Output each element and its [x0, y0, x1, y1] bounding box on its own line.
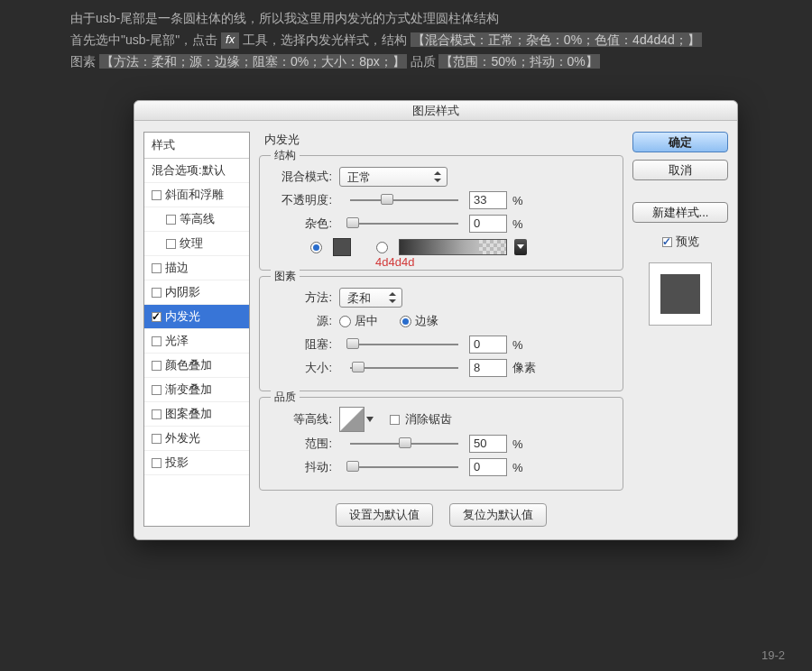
style-satin[interactable]: 光泽 — [144, 329, 249, 354]
antialias-checkbox[interactable] — [390, 415, 400, 425]
cancel-button[interactable]: 取消 — [632, 160, 728, 180]
color-radio[interactable] — [310, 242, 322, 253]
style-contour[interactable]: 等高线 — [144, 207, 249, 232]
style-drop-shadow[interactable]: 投影 — [144, 451, 249, 475]
checkbox-icon[interactable] — [152, 458, 161, 468]
opacity-slider[interactable] — [350, 195, 458, 206]
gradient-menu-icon[interactable] — [514, 239, 527, 255]
style-stroke[interactable]: 描边 — [144, 256, 249, 280]
checkbox-icon[interactable] — [152, 288, 161, 298]
range-field[interactable]: 50 — [469, 435, 507, 453]
preview-checkbox[interactable] — [662, 237, 672, 247]
set-default-button[interactable]: 设置为默认值 — [336, 503, 433, 527]
layer-style-dialog: 图层样式 样式 混合选项:默认 斜面和浮雕 等高线 纹理 描边 内阴影 内发光 … — [134, 100, 738, 540]
method-select[interactable]: 柔和 — [339, 288, 402, 308]
checkbox-icon[interactable] — [152, 190, 161, 200]
source-edge-radio[interactable] — [400, 316, 411, 327]
checkbox-icon[interactable] — [152, 409, 161, 419]
opacity-field[interactable]: 33 — [469, 191, 507, 209]
source-center-radio[interactable] — [339, 316, 351, 327]
fx-icon: fx — [221, 32, 239, 49]
styles-list: 样式 混合选项:默认 斜面和浮雕 等高线 纹理 描边 内阴影 内发光 光泽 颜色… — [143, 132, 250, 527]
blend-default[interactable]: 混合选项:默认 — [144, 159, 249, 183]
gradient-picker[interactable] — [399, 239, 507, 255]
noise-field[interactable]: 0 — [469, 215, 507, 233]
group-element: 图素 方法: 柔和 源: 居中 边缘 阻塞: 0 % — [259, 276, 623, 391]
preview-swatch — [660, 274, 700, 314]
intro-line1: 由于usb-尾部是一条圆柱体的线，所以我这里用内发光的方式处理圆柱体结构 — [70, 7, 742, 29]
blend-mode-select[interactable]: 正常 — [339, 167, 448, 187]
panel-title: 内发光 — [259, 132, 623, 150]
new-style-button[interactable]: 新建样式... — [632, 202, 728, 223]
group-quality: 品质 等高线: 消除锯齿 范围: 50 % 抖动: — [259, 397, 623, 491]
style-grad-overlay[interactable]: 渐变叠加 — [144, 378, 249, 402]
ok-button[interactable]: 确定 — [632, 132, 728, 152]
color-swatch[interactable] — [333, 238, 351, 256]
color-note: 4d4d4d — [375, 255, 414, 269]
reset-default-button[interactable]: 复位为默认值 — [449, 503, 547, 527]
intro-line2: 首先选中"usb-尾部"，点击 fx 工具，选择内发光样式，结构 【混合模式：正… — [70, 29, 742, 51]
preview-box — [649, 262, 712, 326]
dialog-title: 图层样式 — [134, 101, 737, 121]
preview-label: 预览 — [676, 234, 699, 250]
gradient-radio[interactable] — [376, 242, 388, 253]
range-slider[interactable] — [350, 438, 458, 449]
style-texture[interactable]: 纹理 — [144, 232, 249, 256]
checkbox-icon[interactable] — [152, 263, 161, 273]
checkbox-icon[interactable] — [166, 215, 176, 225]
style-inner-glow[interactable]: 内发光 — [144, 305, 249, 329]
group-structure: 结构 混合模式: 正常 不透明度: 33 % 杂色: 0 % — [259, 155, 623, 271]
checkbox-icon[interactable] — [152, 336, 161, 346]
style-bevel[interactable]: 斜面和浮雕 — [144, 183, 249, 207]
intro-line3: 图素 【方法：柔和；源：边缘；阻塞：0%；大小：8px；】 品质 【范围：50%… — [70, 51, 742, 72]
checkbox-icon[interactable] — [152, 312, 161, 322]
noise-slider[interactable] — [350, 218, 458, 229]
size-slider[interactable] — [350, 363, 458, 373]
checkbox-icon[interactable] — [152, 434, 161, 444]
intro-text: 由于usb-尾部是一条圆柱体的线，所以我这里用内发光的方式处理圆柱体结构 首先选… — [0, 0, 812, 72]
jitter-slider[interactable] — [350, 462, 458, 473]
style-color-overlay[interactable]: 颜色叠加 — [144, 354, 249, 378]
choke-slider[interactable] — [350, 339, 458, 350]
styles-header[interactable]: 样式 — [144, 133, 249, 159]
page-number: 19-2 — [761, 648, 785, 662]
checkbox-icon[interactable] — [152, 385, 161, 395]
checkbox-icon[interactable] — [152, 361, 161, 371]
checkbox-icon[interactable] — [166, 239, 176, 249]
choke-field[interactable]: 0 — [469, 336, 507, 354]
chevron-down-icon[interactable] — [366, 417, 374, 422]
contour-picker[interactable] — [339, 407, 364, 432]
style-pattern-overlay[interactable]: 图案叠加 — [144, 402, 249, 427]
jitter-field[interactable]: 0 — [469, 458, 507, 476]
style-outer-glow[interactable]: 外发光 — [144, 427, 249, 451]
size-field[interactable]: 8 — [469, 359, 507, 377]
style-inner-shadow[interactable]: 内阴影 — [144, 280, 249, 305]
